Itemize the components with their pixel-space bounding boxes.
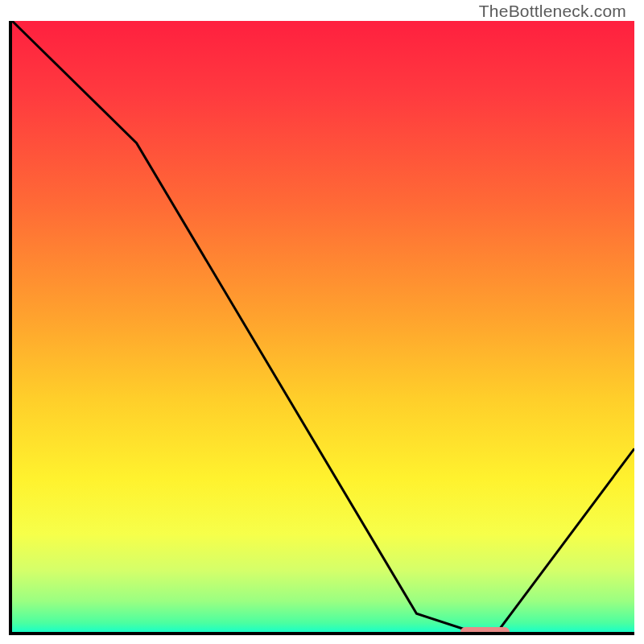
plot-area — [12, 21, 634, 632]
watermark-text: TheBottleneck.com — [479, 2, 626, 21]
chart-lines — [12, 21, 634, 632]
axes-frame — [9, 21, 634, 635]
bottleneck-curve — [12, 21, 634, 632]
optimal-range-marker — [460, 627, 510, 632]
